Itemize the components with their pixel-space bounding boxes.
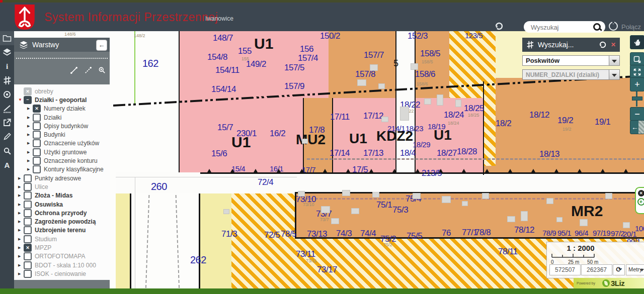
layer-row[interactable]: ▶Działki [14,113,110,122]
layer-row[interactable]: ▶Oznaczenie konturu [14,156,110,165]
expand-arrow-icon[interactable]: ▶ [18,254,24,258]
layer-checkbox[interactable] [24,252,32,260]
place-select[interactable]: Poskwitów [522,55,609,66]
layer-checkbox[interactable] [24,270,32,278]
expand-arrow-icon[interactable]: ▶ [27,141,33,145]
refresh-icon[interactable] [495,22,504,31]
layer-checkbox[interactable] [33,131,41,139]
expand-arrow-icon[interactable]: ▶ [18,246,24,250]
layer-checkbox[interactable] [24,261,32,269]
layer-checkbox[interactable]: ✕ [33,105,41,113]
font-icon[interactable]: A [0,158,14,172]
expand-arrow-icon[interactable]: ▶ [27,159,33,163]
measure-track-icon[interactable] [0,73,14,87]
expand-arrow-icon[interactable]: ▶ [18,272,24,276]
search-icon[interactable] [593,23,601,31]
global-search[interactable] [524,21,605,33]
pan-button[interactable] [630,35,644,49]
layer-row[interactable]: ▶Studium [14,235,110,243]
layer-row[interactable]: ▶Oznaczenie użytków [14,139,110,148]
layer-row[interactable]: ▶Budynki [14,130,110,139]
expand-arrow-icon[interactable]: ▶ [18,263,24,267]
layer-row[interactable]: ▶Ochrona przyrody [14,209,110,217]
coord-x-input[interactable] [549,264,581,275]
layers-icon[interactable] [0,45,14,59]
pencil-icon[interactable] [0,130,14,144]
close-icon[interactable]: ✕ [638,190,644,197]
layer-row[interactable]: ▶ISOK - cieniowanie [14,269,110,278]
units-select[interactable]: Metry [626,264,644,275]
zoom-in-button[interactable]: + [630,77,644,91]
zoom-rect-button[interactable] [630,52,644,66]
zoom-out-button[interactable]: − [630,107,644,121]
expand-arrow-icon[interactable]: ▶ [27,116,33,120]
expand-arrow-icon[interactable]: ▼ [18,97,24,102]
layer-row[interactable]: ▶✕Numery działek [14,105,110,113]
layer-row[interactable]: ✕obreby [14,87,110,95]
layer-checkbox[interactable] [24,183,32,191]
info-icon[interactable]: i [0,59,14,73]
collapse-panel-button[interactable]: ← [96,40,107,51]
zoom-plus-icon[interactable] [99,67,106,74]
layer-row[interactable]: ▶Opisy budynków [14,122,110,130]
layer-row[interactable]: ▶BDOT - skala 1:10 000 [14,261,110,269]
power-icon[interactable] [609,22,618,31]
prev-extent-button[interactable]: ← [630,120,644,134]
measure-path-icon[interactable] [85,67,92,74]
layer-row[interactable]: ▶Zagrożenie powodzią [14,217,110,226]
field-select[interactable]: NUMER_DZIALKI (dzialki) [522,69,609,80]
layer-checkbox[interactable]: − [24,96,32,104]
layer-row[interactable]: ▶Kontury klasyfikacyjne [14,165,110,174]
expand-arrow-icon[interactable]: ▶ [18,193,24,198]
e-badge-icon[interactable]: e [637,198,644,206]
slope-measure-icon[interactable] [0,102,14,116]
expand-arrow-icon[interactable]: ▶ [18,220,24,224]
expand-arrow-icon[interactable]: ▶ [18,237,24,241]
layer-checkbox[interactable] [24,235,32,243]
layer-checkbox[interactable] [33,139,41,147]
folder-icon[interactable] [0,31,14,45]
layer-checkbox[interactable] [33,165,41,173]
chevron-down-icon[interactable] [609,55,620,66]
layer-checkbox[interactable]: ✕ [24,87,32,95]
layer-checkbox[interactable] [24,218,32,226]
layer-row[interactable]: ▶Uzbrojenie terenu [14,226,110,235]
layer-row[interactable]: ▶Ulice [14,182,110,191]
measure-line-icon[interactable] [70,67,77,74]
layer-row[interactable]: ▶Punkty adresowe [14,174,110,182]
connect-link[interactable]: Połącz [621,23,641,31]
refresh-icon[interactable] [599,41,607,49]
layer-checkbox[interactable] [24,191,32,200]
layer-checkbox[interactable] [33,148,41,156]
layer-checkbox[interactable] [24,209,32,217]
layer-checkbox[interactable] [33,114,41,122]
refresh-coords-icon[interactable]: ⟳ [613,264,625,275]
expand-arrow-icon[interactable]: ▶ [27,133,33,137]
layer-checkbox[interactable] [33,157,41,165]
expand-arrow-icon[interactable]: ▶ [27,150,33,154]
layer-checkbox[interactable] [33,122,41,130]
layer-checkbox[interactable] [24,174,32,182]
expand-arrow-icon[interactable]: ▶ [18,211,24,215]
layer-checkbox[interactable] [24,201,32,209]
full-extent-button[interactable] [630,65,644,79]
target-icon[interactable] [0,87,14,102]
expand-arrow-icon[interactable]: ▶ [27,107,33,111]
search-icon[interactable] [0,144,14,158]
expand-arrow-icon[interactable]: ▶ [27,167,33,171]
expand-arrow-icon[interactable]: ▶ [18,228,24,232]
layer-row[interactable]: ▶Złoża - Midas [14,191,110,200]
close-icon[interactable]: ✕ [611,41,616,48]
expand-arrow-icon[interactable]: ▶ [18,176,24,180]
coord-y-input[interactable] [581,264,612,275]
layer-checkbox[interactable] [24,226,32,234]
layer-row[interactable]: ▶ORTOFOTOMAPA [14,252,110,261]
layer-row[interactable]: ▶Użytki gruntowe [14,148,110,156]
chevron-down-icon[interactable] [609,69,620,80]
layer-row[interactable]: ▶✕MPZP [14,243,110,252]
brand-name[interactable]: 3Liz [611,279,624,287]
layer-row[interactable]: ▼−Działki - geoportal [14,95,110,104]
expand-arrow-icon[interactable]: ▶ [27,124,33,128]
export-icon[interactable] [0,116,14,130]
layer-checkbox[interactable]: ✕ [24,244,32,252]
